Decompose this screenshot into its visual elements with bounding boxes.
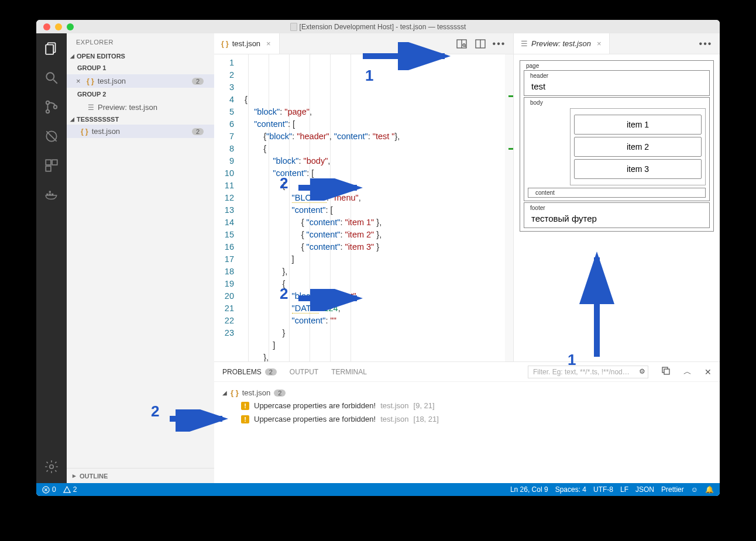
feedback-smiley-icon[interactable]: ☺ <box>691 485 698 494</box>
preview-header-block: header test <box>524 70 710 96</box>
editor-group-1-label: GROUP 1 <box>67 61 214 74</box>
status-warnings[interactable]: 2 <box>63 485 77 494</box>
output-tab[interactable]: OUTPUT <box>290 368 318 376</box>
problems-filter-input[interactable]: Filter. Eg: text, **/*.ts, !**/nod…⚙ <box>528 366 648 378</box>
status-cursor[interactable]: Ln 26, Col 9 <box>510 485 548 494</box>
workspace-file[interactable]: { } test.json 2 <box>67 125 214 138</box>
svg-point-5 <box>46 110 49 113</box>
tab-bar: ☰ Preview: test.json × ••• <box>514 33 720 54</box>
status-language[interactable]: JSON <box>635 485 654 494</box>
preview-page-block: page header test body item 1 item 2 <box>520 60 714 232</box>
debug-icon[interactable] <box>43 128 60 144</box>
svg-point-16 <box>50 465 54 469</box>
line-gutter: 1234567891011121314151617181920212223 <box>214 54 242 361</box>
open-editor-file[interactable]: × { } test.json 2 <box>67 74 214 88</box>
window-title: [Extension Development Host] - test.json… <box>300 23 466 31</box>
explorer-sidebar: EXPLORER ◢OPEN EDITORS GROUP 1 × { } tes… <box>67 33 214 483</box>
outline-section[interactable]: ▸OUTLINE <box>67 468 214 483</box>
minimize-window-button[interactable] <box>55 23 62 30</box>
status-encoding[interactable]: UTF-8 <box>593 485 613 494</box>
warning-icon: ! <box>241 415 249 423</box>
status-spaces[interactable]: Spaces: 4 <box>555 485 586 494</box>
terminal-tab[interactable]: TERMINAL <box>331 368 367 376</box>
preview-icon: ☰ <box>88 104 94 112</box>
status-formatter[interactable]: Prettier <box>661 485 684 494</box>
svg-rect-24 <box>664 369 669 374</box>
activity-bar <box>36 33 67 483</box>
preview-item: item 3 <box>574 159 702 179</box>
chevron-right-icon: ▸ <box>73 472 76 480</box>
maximize-window-button[interactable] <box>67 23 74 30</box>
document-icon <box>290 23 297 31</box>
workspace-header[interactable]: ◢TESSSSSSST <box>67 114 214 125</box>
explorer-icon[interactable] <box>43 40 60 57</box>
close-tab-icon[interactable]: × <box>595 39 604 48</box>
more-actions-icon[interactable]: ••• <box>700 38 712 50</box>
editor-area: { } test.json × ••• 1234567 <box>214 33 720 483</box>
search-icon[interactable] <box>43 70 60 86</box>
close-icon[interactable]: × <box>76 77 81 85</box>
preview-pane: page header test body item 1 item 2 <box>514 54 720 361</box>
json-icon: { } <box>81 128 88 136</box>
close-tab-icon[interactable]: × <box>264 39 273 48</box>
minimap[interactable] <box>505 54 513 361</box>
docker-icon[interactable] <box>43 187 60 203</box>
problems-badge: 2 <box>192 128 204 135</box>
collapse-all-icon[interactable] <box>661 366 671 377</box>
tab-bar: { } test.json × ••• <box>214 33 513 54</box>
split-editor-icon[interactable] <box>475 38 486 50</box>
open-editor-file[interactable]: ☰ Preview: test.json <box>67 101 214 114</box>
svg-point-4 <box>46 101 49 104</box>
editor-group-2: ☰ Preview: test.json × ••• page header <box>514 33 720 361</box>
editor-group-1: { } test.json × ••• 1234567 <box>214 33 514 361</box>
more-actions-icon[interactable]: ••• <box>493 38 505 50</box>
preview-icon: ☰ <box>521 39 528 48</box>
svg-rect-15 <box>49 191 51 193</box>
problem-item[interactable]: ! Uppercase properties are forbidden! te… <box>222 412 712 426</box>
open-editors-header[interactable]: ◢OPEN EDITORS <box>67 51 214 61</box>
preview-content-block: content <box>528 188 706 198</box>
close-panel-icon[interactable]: ✕ <box>705 367 712 377</box>
status-bar: 0 2 Ln 26, Col 9 Spaces: 4 UTF-8 LF JSON… <box>36 483 720 496</box>
chevron-down-icon: ◢ <box>70 116 74 122</box>
editor-tab[interactable]: { } test.json × <box>214 33 280 54</box>
editor-group-2-label: GROUP 2 <box>67 88 214 101</box>
bottom-panel: PROBLEMS2 OUTPUT TERMINAL Filter. Eg: te… <box>214 361 720 483</box>
svg-rect-10 <box>52 160 57 165</box>
titlebar: [Extension Development Host] - test.json… <box>36 20 720 33</box>
svg-rect-9 <box>46 160 51 165</box>
chevron-down-icon: ◢ <box>70 53 74 59</box>
problem-item[interactable]: ! Uppercase properties are forbidden! te… <box>222 399 712 412</box>
svg-point-2 <box>46 73 54 80</box>
svg-rect-11 <box>46 166 51 171</box>
json-icon: { } <box>87 77 94 85</box>
preview-body-block: body item 1 item 2 item 3 content <box>524 97 710 201</box>
status-errors[interactable]: 0 <box>42 485 56 494</box>
close-window-button[interactable] <box>43 23 50 30</box>
svg-rect-1 <box>46 45 53 54</box>
filter-gear-icon[interactable]: ⚙ <box>639 367 645 375</box>
warning-icon: ! <box>241 402 249 410</box>
problems-tab[interactable]: PROBLEMS2 <box>222 368 277 376</box>
preview-footer-block: footer тестовый футер <box>524 202 710 228</box>
extensions-icon[interactable] <box>43 157 60 174</box>
preview-tab[interactable]: ☰ Preview: test.json × <box>514 33 610 54</box>
svg-point-6 <box>54 105 57 108</box>
svg-point-19 <box>463 44 465 46</box>
status-eol[interactable]: LF <box>620 485 628 494</box>
json-icon: { } <box>231 388 239 397</box>
code-editor[interactable]: 1234567891011121314151617181920212223 { … <box>214 54 513 361</box>
svg-line-20 <box>465 46 466 47</box>
notifications-bell-icon[interactable]: 🔔 <box>705 485 714 494</box>
json-icon: { } <box>221 40 229 48</box>
svg-line-3 <box>53 80 57 84</box>
problems-badge: 2 <box>192 78 204 85</box>
chevron-up-icon[interactable]: ︿ <box>683 367 692 377</box>
open-preview-icon[interactable] <box>456 38 468 50</box>
preview-item: item 1 <box>574 115 702 135</box>
source-control-icon[interactable] <box>43 99 60 115</box>
settings-gear-icon[interactable] <box>43 459 60 475</box>
sidebar-title: EXPLORER <box>67 33 214 51</box>
chevron-down-icon: ◢ <box>222 390 227 396</box>
problems-file-header[interactable]: ◢ { } test.json 2 <box>222 387 712 399</box>
